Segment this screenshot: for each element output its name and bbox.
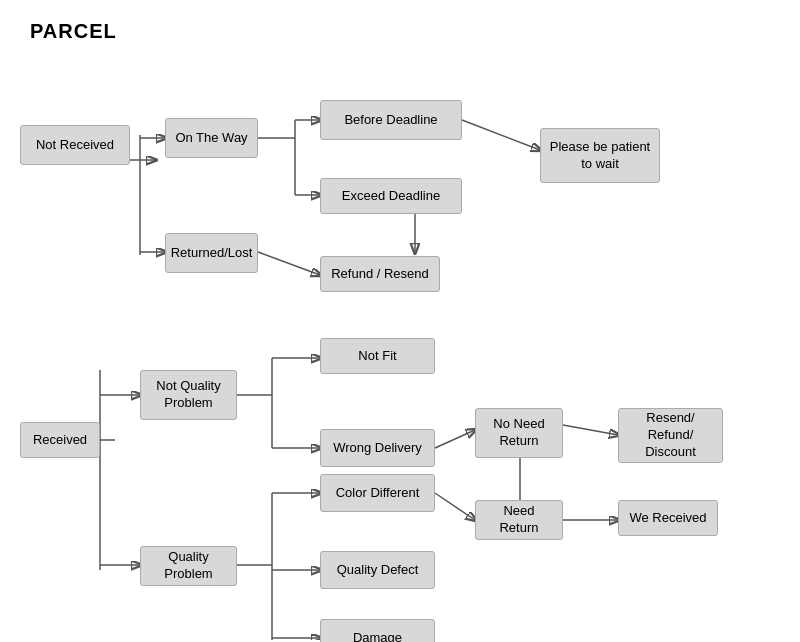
page-title: PARCEL bbox=[30, 20, 117, 43]
color-different-node: Color Different bbox=[320, 474, 435, 512]
returned-lost-node: Returned/Lost bbox=[165, 233, 258, 273]
svg-line-26 bbox=[563, 425, 618, 435]
svg-line-25 bbox=[435, 493, 475, 520]
svg-line-19 bbox=[435, 430, 475, 448]
resend-refund-discount-node: Resend/ Refund/ Discount bbox=[618, 408, 723, 463]
before-deadline-node: Before Deadline bbox=[320, 100, 462, 140]
damage-node: Damage bbox=[320, 619, 435, 642]
not-received-node: Not Received bbox=[20, 125, 130, 165]
svg-line-8 bbox=[462, 120, 540, 150]
need-return-node: Need Return bbox=[475, 500, 563, 540]
on-the-way-node: On The Way bbox=[165, 118, 258, 158]
please-wait-node: Please be patient to wait bbox=[540, 128, 660, 183]
not-quality-problem-node: Not Quality Problem bbox=[140, 370, 237, 420]
not-fit-node: Not Fit bbox=[320, 338, 435, 374]
exceed-deadline-node: Exceed Deadline bbox=[320, 178, 462, 214]
svg-line-10 bbox=[258, 252, 320, 275]
wrong-delivery-node: Wrong Delivery bbox=[320, 429, 435, 467]
received-node: Received bbox=[20, 422, 100, 458]
quality-defect-node: Quality Defect bbox=[320, 551, 435, 589]
we-received-node: We Received bbox=[618, 500, 718, 536]
refund-resend-node: Refund / Resend bbox=[320, 256, 440, 292]
quality-problem-node: Quality Problem bbox=[140, 546, 237, 586]
no-need-return-node: No Need Return bbox=[475, 408, 563, 458]
